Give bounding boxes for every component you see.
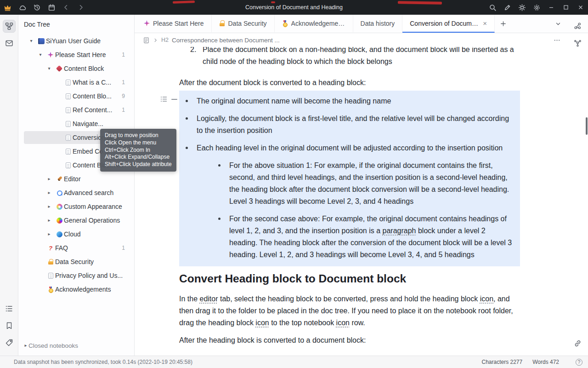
bullet-list: The original document name will become t… [179,95,514,261]
heading-block[interactable]: Convert Heading block to Document block [179,271,520,287]
workspace-crown-icon[interactable] [0,0,15,15]
tree-item-general-operations[interactable]: General Operations [18,213,134,227]
chevron-right-icon[interactable] [44,200,55,213]
tree-item-label: Custom Appearance [64,203,134,210]
paragraph-block[interactable]: In the editor tab, select the heading bl… [179,293,520,329]
tree-item-content-block[interactable]: Content Block [18,62,134,75]
vertical-scrollbar-thumb[interactable] [586,117,588,135]
list-item[interactable]: Logically, the document block is a first… [179,113,514,137]
chevron-right-icon[interactable] [44,172,55,186]
maximize-button[interactable] [559,0,573,15]
list-item[interactable]: For the above situation 1: For example, … [212,160,514,207]
daily-note-calendar-icon[interactable] [44,0,59,15]
cloud-sync-icon[interactable] [15,0,29,15]
tree-item-doc[interactable]: What is a C... 1 [18,75,134,89]
global-graph-icon[interactable] [572,37,583,48]
chevron-right-icon[interactable] [44,186,55,200]
tree-item-label: Cloud [64,230,93,238]
editor-content[interactable]: 2. Place the document block on a non-hea… [135,47,588,356]
outline-dock-icon[interactable] [3,302,16,315]
tree-item-privacy-policy[interactable]: Privacy Policy and Us... [18,269,134,282]
tab-please-start-here[interactable]: Please Start Here [136,15,212,33]
navigate-back-icon[interactable] [59,0,74,15]
chevron-down-icon[interactable] [26,34,37,48]
chevron-down-icon[interactable] [44,62,55,75]
word-count: Words 472 [532,359,559,365]
paragraph-block[interactable]: After the document block is converted to… [179,77,520,89]
block-ref[interactable]: paragraph [383,227,416,235]
block-ref[interactable]: icon [255,319,269,327]
tree-item-doc[interactable]: Content Blo... 9 [18,89,134,103]
tooltip-line: Click Open the menu [105,139,172,147]
tab-conversion-active[interactable]: Conversion of Document and Heading [402,15,495,33]
breadcrumb-chevron-icon [153,38,158,43]
breadcrumb-doc-icon[interactable] [143,37,150,44]
tree-item-data-security[interactable]: Data Security [18,255,134,269]
tooltip-line: Alt+Click Expand/Collapse [105,154,172,161]
breadcrumb-more-button[interactable] [551,35,562,45]
block-ref[interactable]: icon [336,319,350,327]
highlighted-list-block[interactable]: The original document name will become t… [179,91,520,266]
tooltip-line: Ctrl+Click Zoom In [105,147,172,154]
tree-item-acknowledgements[interactable]: Acknowledgements [18,282,134,296]
list-item[interactable]: For the second case above: For example, … [212,213,514,261]
tab-data-history[interactable]: Data history [353,15,403,33]
tab-close-icon[interactable] [483,20,487,27]
data-history-icon[interactable] [29,0,44,15]
tree-item-editor[interactable]: Editor [18,172,134,186]
bookmark-dock-icon[interactable] [3,319,16,332]
new-tab-button[interactable] [495,15,511,33]
list-block-gutter-icon[interactable] [160,96,167,103]
chevron-right-icon [18,339,28,352]
tree-item-cloud[interactable]: Cloud [18,227,134,241]
breadcrumb-heading-tag: H2 [161,37,169,43]
tab-acknowledgements[interactable]: Acknowledgements [275,15,353,33]
tab-bar: Please Start Here Data Security Acknowle… [135,15,588,33]
tab-list-chevron-button[interactable] [552,18,564,30]
tag-dock-icon[interactable] [3,336,16,349]
doc-tree-dock-icon[interactable] [3,20,16,33]
chevron-down-icon[interactable] [35,48,46,62]
minimize-button[interactable] [544,0,559,15]
settings-gear-icon[interactable] [529,0,544,15]
sync-status-message: Data snapshot has been synchronized, too… [14,359,192,365]
block-ref[interactable]: icon [480,295,493,303]
item-block-gutter-icon[interactable] [171,99,177,100]
list-item[interactable]: Each heading level in the original docum… [179,142,514,261]
list-item[interactable]: The original document name will become t… [179,95,514,107]
breadcrumb-heading-text[interactable]: Correspondence between Document ... [172,37,280,44]
ordered-list-item[interactable]: 2. Place the document block on a non-hea… [179,47,520,68]
text-segment: row. [350,319,365,327]
backlinks-link-icon[interactable] [572,338,583,349]
tab-data-security[interactable]: Data Security [212,15,275,33]
medal-icon [282,20,288,26]
tree-item-notebook[interactable]: SiYuan User Guide [18,34,134,48]
list-item-text: For the above situation 1: For example, … [229,161,509,205]
tree-item-advanced-search[interactable]: Advanced search [18,186,134,200]
help-icon[interactable] [576,359,582,366]
paragraph-block[interactable]: After the heading block is converted to … [179,334,520,346]
close-button[interactable] [573,0,588,15]
navigate-forward-icon[interactable] [74,0,88,15]
tree-item-doc[interactable]: Ref Content... 1 [18,103,134,117]
doc-emoji-icon [55,190,64,196]
tree-item-label: Navigate... [73,120,115,127]
chevron-right-icon[interactable] [44,213,55,227]
block-ref[interactable]: editor [199,295,218,303]
edit-pencil-icon[interactable] [500,0,514,15]
tree-item-label: SiYuan User Guide [46,37,113,45]
graph-icon[interactable] [572,20,583,31]
window-title: Conversion of Document and Heading [245,4,343,11]
search-icon[interactable] [485,0,500,15]
inbox-mail-dock-icon[interactable] [3,37,16,50]
tree-item-label: Editor [64,175,93,183]
tree-item-custom-appearance[interactable]: Custom Appearance [18,200,134,213]
tree-item-label: Content Block [64,65,116,72]
theme-sun-icon[interactable] [514,0,529,15]
chevron-right-icon[interactable] [44,227,55,241]
tree-item-faq[interactable]: FAQ 1 [18,241,134,255]
titlebar[interactable]: Conversion of Document and Heading [0,0,588,15]
closed-notebooks-toggle[interactable]: Closed notebooks [18,339,134,352]
tree-item-label: Ref Content... [73,106,124,114]
tree-item-please-start-here[interactable]: Please Start Here 1 [18,48,134,62]
